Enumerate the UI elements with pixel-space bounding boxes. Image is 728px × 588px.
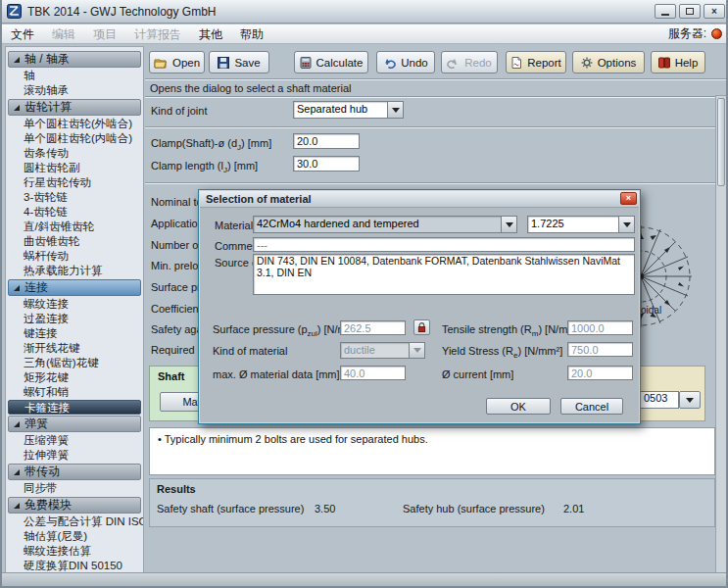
title-bar: TBK 2014 - GWJ Technology GmbH × <box>2 0 728 24</box>
server-status: 服务器: <box>668 25 728 42</box>
sidebar-item-threaded-connection-estimation[interactable]: 螺纹连接估算 <box>6 544 143 559</box>
redo-icon <box>447 57 460 69</box>
clamp-shaft-diameter-input[interactable] <box>293 133 360 149</box>
yield-stress-label: Yield Stress (Re) [N/mm²] <box>442 345 562 360</box>
kind-of-joint-label: Kind of joint <box>151 105 207 117</box>
yield-stress-input <box>567 342 633 357</box>
material-number-select[interactable]: 1.7225 <box>527 216 635 233</box>
sidebar-item-single-cylindrical-gear-external[interactable]: 单个圆柱齿轮(外啮合) <box>6 117 143 131</box>
menu-other[interactable]: 其他 <box>190 24 231 44</box>
expand-triangle-icon <box>14 57 20 63</box>
separator <box>145 78 727 80</box>
menu-help[interactable]: 帮助 <box>231 24 272 44</box>
sidebar-item-serration-spline[interactable]: 三角(锯齿)花键 <box>6 356 143 370</box>
safety-hub-value: 2.01 <box>563 503 584 514</box>
sidebar-item-single-cylindrical-gear-internal[interactable]: 单个圆柱齿轮(内啮合) <box>6 131 143 146</box>
expand-triangle-icon <box>14 421 20 427</box>
source-of-data-field[interactable]: DIN 743, DIN EN 10084, Datenbank FORMAT,… <box>253 254 635 295</box>
sidebar-item-spiral-bevel-gear[interactable]: 曲齿锥齿轮 <box>6 234 143 249</box>
sidebar-item-threaded-connection[interactable]: 螺纹连接 <box>6 297 143 312</box>
sidebar-item-shaft-estimation-niemann[interactable]: 轴估算(尼曼) <box>6 529 143 544</box>
sidebar-item-interference-fit[interactable]: 过盈连接 <box>6 312 143 326</box>
sidebar-group-connections[interactable]: 连接 <box>8 279 141 296</box>
sidebar-group-free-modules[interactable]: 免费模块 <box>8 497 141 514</box>
sidebar-group-gear-calculation[interactable]: 齿轮计算 <box>8 99 141 116</box>
sidebar-group-shaft-bearing[interactable]: 轴 / 轴承 <box>8 51 141 68</box>
calculate-button[interactable]: Calculate <box>294 51 368 74</box>
current-diameter-input <box>567 366 633 380</box>
sidebar-item-extension-spring[interactable]: 拉伸弹簧 <box>6 448 143 463</box>
comment-input[interactable] <box>253 237 635 252</box>
scrollbar-thumb[interactable] <box>717 98 725 186</box>
vertical-scrollbar[interactable] <box>715 95 727 574</box>
kind-of-joint-select[interactable]: Separated hub <box>293 101 404 119</box>
dropdown-arrow-icon <box>686 398 694 403</box>
cancel-button[interactable]: Cancel <box>560 398 623 415</box>
maximize-button[interactable] <box>679 4 701 19</box>
clamp-length-input[interactable] <box>293 156 360 172</box>
sidebar-item-involute-spline[interactable]: 渐开线花键 <box>6 341 143 356</box>
options-icon <box>581 57 593 69</box>
help-button[interactable]: Help <box>651 51 705 74</box>
sidebar-item-3-gear-chain[interactable]: 3-齿轮链 <box>6 190 143 205</box>
dialog-close-button[interactable]: × <box>620 192 637 205</box>
surface-pressure-input <box>340 320 406 335</box>
report-button[interactable]: Report <box>506 51 566 74</box>
sidebar-item-tolerance-fit-din-iso-286[interactable]: 公差与配合计算 DIN ISO 286 <box>6 514 143 529</box>
save-icon <box>218 57 229 69</box>
expand-triangle-icon <box>14 469 20 475</box>
open-button[interactable]: Open <box>149 51 205 74</box>
sidebar-group-belt-drive[interactable]: 带传动 <box>8 464 141 480</box>
sidebar-item-shaft[interactable]: 轴 <box>6 69 143 83</box>
dialog-title-bar: Selection of material <box>200 191 639 208</box>
server-indicator-icon <box>711 28 722 39</box>
sidebar-item-rolling-bearing[interactable]: 滚动轴承 <box>6 83 143 98</box>
current-diameter-label: Ø current [mm] <box>442 368 513 380</box>
sidebar-item-4-gear-chain[interactable]: 4-齿轮链 <box>6 205 143 220</box>
sidebar-item-straight-helical-bevel-gear[interactable]: 直/斜齿锥齿轮 <box>6 220 143 234</box>
minimize-button[interactable] <box>655 4 676 19</box>
sidebar-item-worm-drive[interactable]: 蜗杆传动 <box>6 249 143 264</box>
sidebar-item-synchronous-belt[interactable]: 同步带 <box>6 481 143 496</box>
sidebar-item-rectangular-spline[interactable]: 矩形花键 <box>6 370 143 385</box>
undo-button[interactable]: Undo <box>376 51 435 74</box>
sidebar-group-springs[interactable]: 弹簧 <box>8 416 141 432</box>
sidebar-item-clamp-connection[interactable]: 卡箍连接 <box>8 400 141 415</box>
lock-icon <box>417 322 426 333</box>
status-line: Opens the dialog to select a shaft mater… <box>150 82 351 94</box>
separator <box>145 96 715 98</box>
max-material-diameter-label: max. Ø material data [mm] <box>213 368 340 380</box>
help-book-icon <box>658 57 670 69</box>
menu-edit: 编辑 <box>43 24 84 44</box>
sidebar-item-rack-drive[interactable]: 齿条传动 <box>6 146 143 161</box>
menu-file[interactable]: 文件 <box>2 24 43 44</box>
options-button[interactable]: Options <box>572 51 645 74</box>
dropdown-arrow-icon <box>409 343 424 358</box>
safety-shaft-value: 3.50 <box>315 503 335 514</box>
max-material-diameter-input <box>340 366 406 380</box>
server-label: 服务器: <box>668 25 706 42</box>
ok-button[interactable]: OK <box>486 398 551 415</box>
dropdown-arrow-icon <box>387 102 403 118</box>
material-select[interactable]: 42CrMo4 hardened and tempered <box>253 216 517 233</box>
hub-material-select-value[interactable]: 0503 <box>640 391 679 409</box>
sidebar-item-compression-spring[interactable]: 压缩弹簧 <box>6 433 143 448</box>
close-button[interactable]: × <box>704 4 725 19</box>
lock-button[interactable] <box>413 319 430 335</box>
clamp-length-label: Clamp length (lJ) [mm] <box>151 160 258 174</box>
sidebar-item-hardness-conversion-din-50150[interactable]: 硬度换算DIN 50150 <box>6 559 143 573</box>
expand-triangle-icon <box>14 503 20 509</box>
safety-hub-label: Safety hub (surface pressure) <box>403 503 545 514</box>
undo-icon <box>383 57 396 69</box>
sidebar-item-planetary-gear-drive[interactable]: 行星齿轮传动 <box>6 175 143 190</box>
sidebar-item-key-connection[interactable]: 键连接 <box>6 326 143 341</box>
sidebar-item-thermal-load-capacity[interactable]: 热承载能力计算 <box>6 264 143 278</box>
hub-material-select-arrow[interactable] <box>679 391 701 409</box>
sidebar-item-cylindrical-gear-pair[interactable]: 圆柱齿轮副 <box>6 161 143 175</box>
sidebar-item-screws-and-pins[interactable]: 螺钉和销 <box>6 385 143 400</box>
save-button[interactable]: Save <box>209 51 269 74</box>
shaft-panel-title: Shaft <box>158 370 185 382</box>
menu-bar: 文件 编辑 项目 计算报告 其他 帮助 服务器: <box>2 24 728 44</box>
separator <box>145 182 715 184</box>
close-icon: × <box>626 194 631 203</box>
